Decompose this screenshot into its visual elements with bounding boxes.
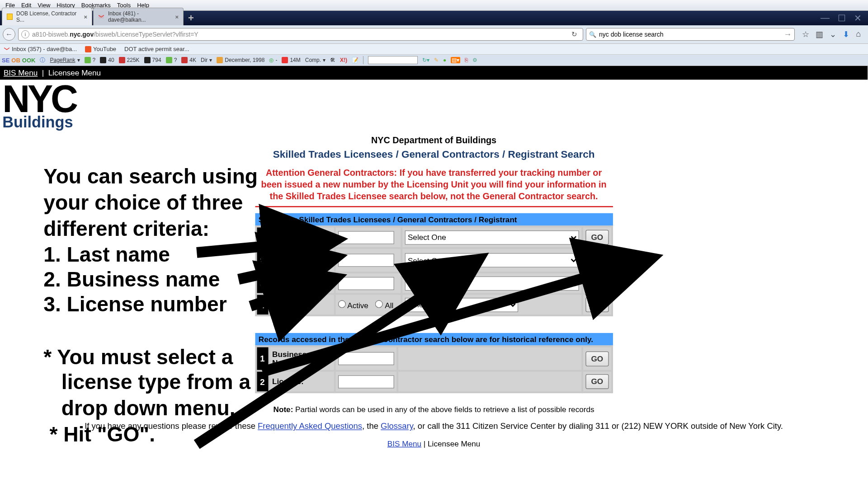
form-row-number: 3 Number: Select One GO: [256, 272, 612, 294]
anno-item: 1. Last name: [43, 243, 258, 267]
label-licensee-menu: Licensee Menu: [48, 68, 101, 77]
seo-q1[interactable]: ?: [85, 57, 96, 63]
seo-225k[interactable]: 225K: [119, 57, 140, 63]
search-input[interactable]: [599, 31, 781, 38]
seo-40[interactable]: 40: [100, 57, 114, 63]
reload-icon[interactable]: ↻: [569, 30, 580, 38]
link-faq[interactable]: Frequently Asked Questions: [258, 422, 362, 431]
tab-active[interactable]: DOB License, Contractor S... ×: [2, 8, 92, 25]
label-view: View:: [269, 294, 335, 315]
download-icon[interactable]: ⬇: [843, 29, 849, 39]
bookmarks-toolbar: Inbox (357) - dave@ba... YouTube DOT act…: [0, 44, 868, 55]
go-button-lastname[interactable]: GO: [586, 230, 609, 245]
form-row-businessname: 2 Business Name: Select One GO: [256, 248, 612, 272]
pocket-icon[interactable]: ⌄: [830, 29, 836, 39]
window-minimize-icon[interactable]: —: [821, 13, 830, 23]
seo-dmoz[interactable]: ◎ -: [269, 57, 277, 63]
anno-item: 3. License number: [43, 293, 258, 317]
tab-inactive[interactable]: Inbox (481) - dave@balkan... ×: [93, 8, 184, 25]
window-maximize-icon[interactable]: ☐: [838, 13, 846, 23]
address-bar-row: ← i a810-bisweb.nyc.gov/bisweb/LicenseTy…: [0, 25, 868, 44]
input-number[interactable]: [338, 277, 394, 290]
link-glossary[interactable]: Glossary: [381, 422, 413, 431]
seo-note-icon[interactable]: 📝: [352, 57, 359, 63]
seo-rss-icon[interactable]: ▤▾: [451, 57, 460, 63]
seo-archive[interactable]: December, 1998: [217, 57, 264, 63]
input-gc-business[interactable]: [338, 352, 394, 366]
select-businessname-type[interactable]: Select One: [405, 253, 579, 268]
label-number: Number:: [269, 272, 335, 294]
seo-tools-icon[interactable]: 🛠: [330, 57, 335, 63]
row-number: 2: [256, 371, 269, 392]
seo-pagerank[interactable]: PageRank ▾: [50, 57, 80, 63]
input-gc-license[interactable]: [338, 375, 394, 388]
seo-info-icon[interactable]: ⓘ: [40, 56, 45, 64]
window-close-icon[interactable]: ✕: [854, 13, 862, 23]
select-number-type[interactable]: Select One: [405, 276, 579, 291]
seo-x-icon[interactable]: X!): [340, 57, 347, 63]
anno-line: different criteria:: [43, 215, 258, 241]
search-go-icon[interactable]: →: [781, 30, 794, 39]
library-icon[interactable]: ▥: [816, 29, 823, 39]
go-button-businessname[interactable]: GO: [586, 253, 609, 268]
search-icon: 🔍: [586, 31, 599, 38]
radio-active[interactable]: [338, 300, 345, 308]
seo-highlight-icon[interactable]: ✎: [434, 57, 439, 63]
bookmark-dot[interactable]: DOT active permit sear...: [124, 46, 189, 52]
input-businessname[interactable]: [338, 254, 394, 267]
seobook-logo[interactable]: SEOBOOK: [2, 57, 35, 64]
site-info-icon[interactable]: i: [21, 30, 29, 38]
tab-title: DOB License, Contractor S...: [16, 10, 80, 23]
form-header-gc: Records accessed in the General Contract…: [255, 333, 613, 346]
back-button[interactable]: ←: [3, 28, 15, 41]
seo-dir[interactable]: Dir ▾: [201, 57, 212, 63]
seo-4k[interactable]: 4K: [181, 57, 196, 63]
form-row-gc-license: 2 License: GO: [256, 371, 612, 392]
seo-comp[interactable]: Comp. ▾: [305, 57, 326, 63]
seo-refresh-icon[interactable]: ↻▾: [422, 57, 429, 63]
seo-link-icon[interactable]: ⎘: [465, 57, 468, 63]
radio-all[interactable]: [375, 300, 383, 308]
bookmark-inbox[interactable]: Inbox (357) - dave@ba...: [4, 46, 77, 52]
close-tab-icon[interactable]: ×: [84, 14, 87, 20]
search-form-gc: 1 Business Name: GO 2 License: GO: [255, 346, 613, 394]
select-lastname-type[interactable]: Select One: [405, 230, 579, 245]
search-box[interactable]: 🔍 →: [586, 28, 795, 41]
seo-gear-icon[interactable]: ⚙: [472, 57, 477, 63]
seo-794[interactable]: 794: [144, 57, 161, 63]
anno-note: * You must select a: [43, 345, 258, 369]
new-tab-button[interactable]: +: [184, 12, 198, 24]
bookmark-youtube[interactable]: YouTube: [85, 46, 116, 52]
seo-14m[interactable]: 14M: [282, 57, 300, 63]
link-bis-menu[interactable]: BIS Menu: [4, 68, 38, 77]
anno-note: drop down menu.: [43, 395, 258, 421]
nav-sep: |: [40, 68, 48, 77]
go-button-number[interactable]: GO: [586, 276, 609, 291]
gmail-icon: [4, 46, 10, 52]
row-number: 4: [256, 294, 269, 315]
seo-search-input[interactable]: [368, 56, 418, 64]
input-lastname[interactable]: [338, 231, 394, 244]
select-view-type[interactable]: Select One: [405, 298, 518, 312]
footer-link-bis[interactable]: BIS Menu: [387, 439, 421, 448]
star-bookmark-icon[interactable]: ☆: [802, 29, 809, 39]
row-number: 1: [256, 227, 269, 248]
label-lastname: Last Name:: [269, 227, 335, 248]
url-text: a810-bisweb.nyc.gov/bisweb/LicenseTypeSe…: [32, 31, 569, 38]
warning-divider: [255, 206, 613, 207]
go-button-gc-license[interactable]: GO: [586, 374, 609, 389]
footer-label-licensee: Licensee Menu: [428, 439, 480, 448]
go-button-view[interactable]: GO: [586, 297, 609, 312]
page-department-title: NYC Department of Buildings: [0, 135, 868, 145]
seo-green-icon[interactable]: ●: [443, 57, 446, 63]
label-businessname: Business Name:: [269, 248, 335, 272]
seo-q2[interactable]: ?: [166, 57, 177, 63]
home-icon[interactable]: ⌂: [856, 29, 861, 39]
close-tab-icon[interactable]: ×: [175, 14, 179, 20]
search-form-area: Search for Skilled Trades Licensees / Ge…: [255, 213, 613, 393]
radio-active-label[interactable]: Active: [338, 300, 368, 310]
radio-all-label[interactable]: All: [375, 300, 393, 310]
anno-note: license type from a: [43, 369, 258, 395]
url-box[interactable]: i a810-bisweb.nyc.gov/bisweb/LicenseType…: [18, 28, 583, 41]
go-button-gc-business[interactable]: GO: [586, 352, 609, 366]
